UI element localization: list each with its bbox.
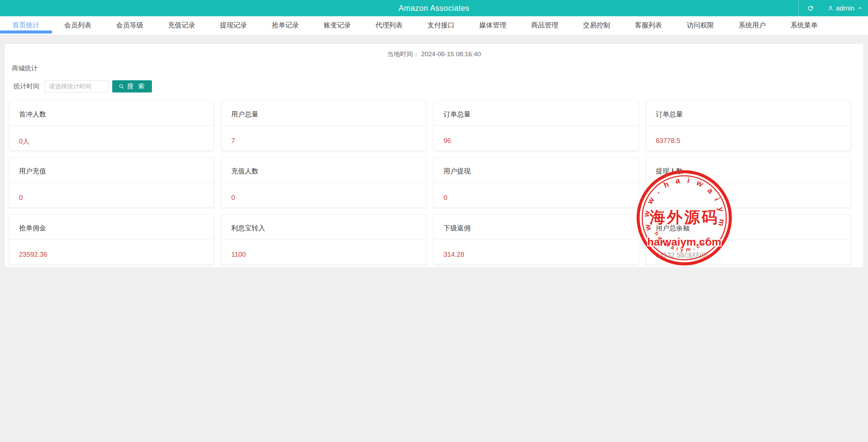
tab-8[interactable]: 代理列表: [363, 16, 415, 35]
stat-time-input[interactable]: [44, 80, 109, 92]
stat-card-title: 下级返佣: [434, 215, 638, 240]
tab-3[interactable]: 会员等级: [104, 16, 156, 35]
tab-13[interactable]: 客服列表: [623, 16, 674, 35]
tab-12[interactable]: 交易控制: [571, 16, 623, 35]
tab-5[interactable]: 提现记录: [208, 16, 259, 35]
top-header-bar: Amazon Associates admin: [0, 0, 868, 16]
stat-card-title: 抢单佣金: [9, 215, 214, 240]
tab-11[interactable]: 商品管理: [519, 16, 571, 35]
tab-4[interactable]: 充值记录: [156, 16, 208, 35]
local-time-value: 2024-06-15 08:16:40: [421, 50, 481, 58]
stat-card-value: 63778.5: [646, 126, 850, 145]
filter-label: 统计时间: [5, 82, 44, 91]
stat-cards-grid: 首冲人数0人用户总量7订单总量96订单总量63778.5用户充值0充值人数0用户…: [9, 101, 851, 265]
stat-card-value: 34532.58/冻结(0): [646, 240, 850, 260]
header-right-controls: admin: [798, 0, 865, 16]
tab-7[interactable]: 账变记录: [311, 16, 363, 35]
stat-card-3: 订单总量96: [434, 101, 638, 151]
stat-card-title: 订单总量: [434, 101, 638, 126]
stat-card-value: [646, 183, 850, 194]
stat-card-6: 充值人数0: [221, 157, 426, 208]
user-name: admin: [836, 4, 854, 12]
refresh-icon: [807, 5, 814, 12]
stat-card-2: 用户总量7: [221, 101, 426, 151]
tab-14[interactable]: 访问权限: [674, 16, 726, 35]
tab-15[interactable]: 系统用户: [726, 16, 778, 35]
search-button-label: 搜 索: [127, 82, 146, 91]
stat-card-value: 0: [222, 183, 426, 202]
stat-card-title: 用户总量: [222, 101, 426, 126]
chevron-up-icon: [857, 5, 863, 11]
filter-row: 统计时间 搜 索: [5, 80, 863, 92]
stat-card-value: 1100: [222, 240, 426, 258]
local-time-label: 当地时间：: [387, 50, 419, 58]
search-button[interactable]: 搜 索: [112, 80, 152, 92]
nav-tabs: 首页统计会员列表会员等级充值记录提现记录抢单记录账变记录代理列表支付接口媒体管理…: [0, 16, 868, 35]
tab-16[interactable]: 系统菜单: [778, 16, 830, 35]
stat-card-10: 利息宝转入1100: [221, 214, 426, 265]
refresh-button[interactable]: [805, 0, 816, 16]
tab-9[interactable]: 支付接口: [415, 16, 467, 35]
stat-card-value: 7: [222, 126, 426, 145]
tab-1[interactable]: 首页统计: [0, 16, 52, 35]
local-time: 当地时间： 2024-06-15 08:16:40: [5, 44, 863, 59]
stat-card-title: 首冲人数: [9, 101, 214, 126]
section-title: 商城统计: [12, 64, 863, 73]
stat-card-title: 用户总余额: [646, 215, 850, 240]
stat-card-title: 提现人数: [646, 158, 850, 183]
search-icon: [118, 83, 125, 90]
tab-10[interactable]: 媒体管理: [467, 16, 519, 35]
stat-card-value: 96: [434, 126, 638, 145]
stat-card-value: 0: [434, 183, 638, 202]
header-divider: [798, 0, 799, 16]
stat-card-5: 用户充值0: [9, 157, 214, 208]
user-icon: [827, 5, 834, 12]
stat-card-value: 0: [9, 183, 214, 202]
stat-card-8: 提现人数: [646, 157, 851, 208]
stat-card-title: 订单总量: [646, 101, 850, 126]
tab-6[interactable]: 抢单记录: [259, 16, 311, 35]
app-title: Amazon Associates: [398, 4, 469, 13]
stat-card-11: 下级返佣314.28: [434, 214, 638, 265]
stat-card-value: 0人: [9, 126, 214, 146]
user-menu[interactable]: admin: [825, 0, 865, 16]
stat-card-value: 23592.36: [9, 240, 214, 258]
stat-card-12: 用户总余额34532.58/冻结(0): [646, 214, 851, 265]
tab-2[interactable]: 会员列表: [52, 16, 104, 35]
stat-card-9: 抢单佣金23592.36: [9, 214, 214, 265]
stat-card-title: 充值人数: [222, 158, 426, 183]
stat-card-title: 用户提现: [434, 158, 638, 183]
stat-card-1: 首冲人数0人: [9, 101, 214, 151]
stat-card-4: 订单总量63778.5: [646, 101, 851, 151]
main-panel: 当地时间： 2024-06-15 08:16:40 商城统计 统计时间 搜 索 …: [4, 43, 864, 268]
stat-card-title: 利息宝转入: [222, 215, 426, 240]
stat-card-title: 用户充值: [9, 158, 214, 183]
stat-card-7: 用户提现0: [434, 157, 638, 208]
stat-card-value: 314.28: [434, 240, 638, 258]
